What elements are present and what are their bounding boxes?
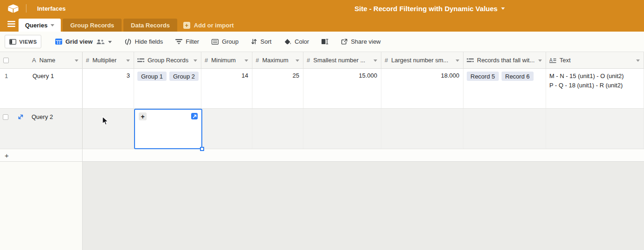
color-button[interactable]: Color: [284, 38, 309, 45]
tab-queries-label: Queries: [25, 22, 47, 29]
cell-fill-handle[interactable]: [200, 147, 204, 151]
number-field-icon: #: [385, 57, 388, 63]
add-row-plus-icon[interactable]: +: [5, 152, 9, 159]
cell-largest-number[interactable]: [381, 109, 464, 149]
column-caret-icon[interactable]: [374, 59, 377, 64]
column-header-records-that-fall[interactable]: Records that fall wit...: [464, 52, 546, 68]
column-caret-icon[interactable]: [126, 59, 130, 64]
tab-group-records[interactable]: Group Records: [63, 19, 122, 32]
grid-empty-area: [0, 162, 644, 250]
hide-fields-button[interactable]: Hide fields: [124, 38, 163, 45]
cell-records-that-fall[interactable]: [464, 109, 546, 149]
share-view-label: Share view: [351, 38, 380, 45]
tab-caret-icon[interactable]: [51, 24, 54, 28]
column-header-multiplier[interactable]: # Multiplier: [83, 52, 134, 68]
expand-record-icon[interactable]: [18, 114, 24, 120]
number-field-icon: #: [205, 57, 208, 63]
cell-name[interactable]: 1 Query 1: [0, 69, 83, 108]
expand-cell-button[interactable]: [191, 113, 198, 119]
filter-icon: [175, 39, 182, 44]
text-line: P - Q - 18 (unit1) - R (unit2): [549, 81, 641, 90]
linked-record-chip[interactable]: Group 2: [169, 72, 199, 81]
column-caret-icon[interactable]: [636, 59, 640, 64]
cell-multiplier[interactable]: 3: [83, 69, 134, 108]
tab-group-records-label: Group Records: [70, 22, 114, 29]
column-header-text[interactable]: A Text: [546, 52, 644, 68]
sort-button[interactable]: Sort: [251, 38, 271, 45]
color-label: Color: [295, 38, 309, 45]
share-view-button[interactable]: Share view: [341, 38, 380, 45]
column-header-label: Text: [560, 57, 571, 64]
column-header-label: Group Records: [148, 57, 188, 64]
empty-area-left-pane: [0, 162, 83, 250]
cell-text[interactable]: M - N - 15 (unit1) - O (unit2) P - Q - 1…: [546, 69, 644, 108]
tab-data-records[interactable]: Data Records: [123, 19, 177, 32]
page-title-group[interactable]: Site - Record Filtering with Dynamic Val…: [354, 0, 505, 17]
column-header-label: Multiplier: [92, 57, 116, 64]
add-row-left-pane[interactable]: +: [0, 149, 83, 161]
column-header-smallest-number[interactable]: # Smallest number ...: [303, 52, 381, 68]
cell-multiplier[interactable]: [83, 109, 134, 149]
cell-maximum[interactable]: 25: [252, 69, 303, 108]
column-header-group-records[interactable]: Group Records: [134, 52, 201, 68]
grid-view-icon: [55, 39, 62, 45]
cell-minimum[interactable]: 14: [201, 69, 252, 108]
cell-records-that-fall[interactable]: Record 5 Record 6: [464, 69, 546, 108]
interfaces-label[interactable]: Interfaces: [37, 5, 65, 12]
cell-minimum[interactable]: [201, 109, 252, 149]
row-height-icon: [322, 39, 328, 45]
hide-fields-icon: [124, 39, 132, 45]
views-sidebar-button[interactable]: VIEWS: [5, 35, 41, 48]
cell-smallest-number[interactable]: [303, 109, 381, 149]
select-all-checkbox[interactable]: [3, 58, 9, 63]
column-caret-icon[interactable]: [296, 59, 299, 64]
column-caret-icon[interactable]: [193, 59, 197, 64]
table-row: Query 2: [0, 109, 644, 149]
row-height-button[interactable]: [322, 39, 328, 45]
column-caret-icon[interactable]: [456, 59, 459, 64]
cell-largest-number[interactable]: 18.000: [381, 69, 464, 108]
topbar-divider: [26, 4, 26, 13]
add-row-bar[interactable]: +: [0, 149, 644, 162]
column-header-label: Smallest number ...: [313, 57, 365, 64]
hamburger-menu-icon[interactable]: [7, 21, 15, 27]
airtable-interface-window: Interfaces Site - Record Filtering with …: [0, 0, 644, 250]
linked-record-chip[interactable]: Record 5: [467, 72, 499, 81]
table-tabs: Queries Group Records Data Records + Add…: [19, 19, 234, 32]
number-field-icon: #: [307, 57, 310, 63]
cell-text[interactable]: [546, 109, 644, 149]
cell-smallest-number[interactable]: 15.000: [303, 69, 381, 108]
tab-queries[interactable]: Queries: [19, 19, 61, 32]
sidebar-icon: [9, 39, 16, 45]
column-caret-icon[interactable]: [538, 59, 542, 64]
hide-fields-label: Hide fields: [135, 38, 163, 45]
row-checkbox[interactable]: [3, 114, 8, 120]
airtable-logo-icon[interactable]: [8, 4, 19, 13]
cell-group-records[interactable]: Group 1 Group 2: [134, 69, 201, 108]
add-linked-record-button[interactable]: +: [139, 112, 147, 120]
linked-record-chip[interactable]: Group 1: [137, 72, 167, 81]
column-header-minimum[interactable]: # Minimum: [201, 52, 252, 68]
add-or-import-button[interactable]: + Add or import: [183, 19, 234, 32]
table-row: 1 Query 1 3 Group 1 Group 2 14 25 15.000…: [0, 69, 644, 109]
column-header-largest-number[interactable]: # Largest number sm...: [381, 52, 464, 68]
add-or-import-label: Add or import: [194, 22, 234, 29]
linked-record-field-icon: [467, 58, 474, 63]
column-caret-icon[interactable]: [75, 59, 78, 64]
cell-value: 14: [242, 72, 248, 79]
expand-arrow-icon: [193, 114, 197, 118]
filter-button[interactable]: Filter: [175, 38, 199, 45]
column-header-maximum[interactable]: # Maximum: [252, 52, 303, 68]
group-label: Group: [222, 38, 238, 45]
group-button[interactable]: Group: [212, 38, 238, 45]
text-line: M - N - 15 (unit1) - O (unit2): [549, 72, 641, 81]
column-caret-icon[interactable]: [245, 59, 248, 64]
selected-cell[interactable]: +: [134, 109, 202, 149]
group-icon: [212, 39, 219, 45]
cell-maximum[interactable]: [252, 109, 303, 149]
view-switcher[interactable]: Grid view: [55, 38, 112, 45]
column-header-name[interactable]: A Name: [0, 52, 83, 68]
cell-name[interactable]: Query 2: [0, 109, 83, 149]
linked-record-chip[interactable]: Record 6: [502, 72, 534, 81]
view-caret-icon: [108, 41, 112, 45]
